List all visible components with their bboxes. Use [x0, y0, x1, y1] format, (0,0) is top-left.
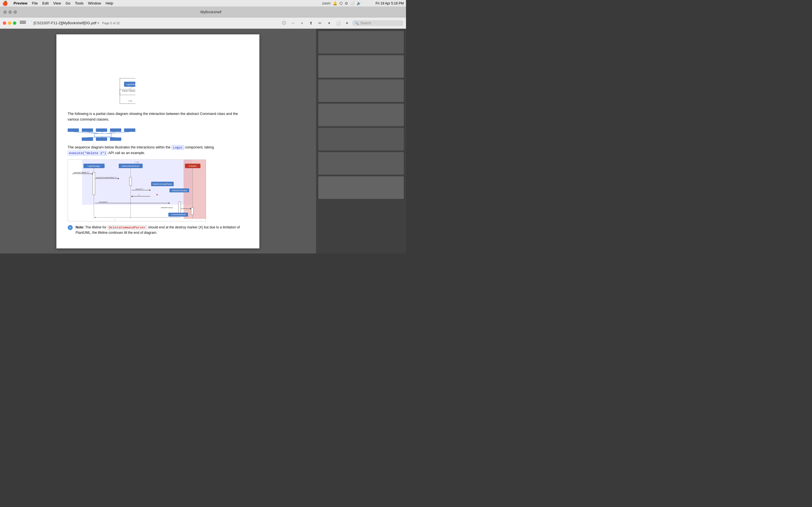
thumbnail-7[interactable] — [318, 176, 404, 199]
close-button[interactable] — [3, 21, 6, 25]
info-button[interactable]: ⓘ — [280, 20, 288, 26]
thumbnail-2[interactable] — [318, 55, 404, 78]
svg-text:parse("1"): parse("1") — [136, 188, 143, 190]
zoom-menubar-icon: zoom — [322, 1, 331, 5]
zoom-out-button[interactable]: − — [289, 20, 297, 26]
search-bar[interactable]: 🔍 — [352, 20, 403, 26]
svg-rect-35 — [96, 128, 107, 132]
volume-icon[interactable]: 🔊 — [357, 1, 361, 5]
fullscreen-button[interactable] — [13, 21, 16, 25]
menu-window[interactable]: Window — [88, 1, 101, 5]
window-titlebar: MyBookshelf — [0, 7, 406, 17]
sidebar-panel — [316, 29, 406, 253]
app-name[interactable]: Preview — [13, 1, 28, 5]
svg-rect-67 — [130, 177, 132, 186]
execute-code: execute("delete 1") — [68, 151, 107, 156]
svg-rect-46 — [110, 137, 121, 141]
markup-dropdown-button[interactable]: ▾ — [325, 20, 333, 26]
menu-bar: 🍎 Preview File Edit View Go Tools Window… — [0, 0, 406, 7]
doc-titlebar: 📄 [CS2103T-F11-2][MyBookshelf]DG.pdf ▾ P… — [0, 17, 406, 29]
minimize-button-inactive[interactable] — [8, 10, 12, 14]
svg-text:LogicManager: LogicManager — [88, 165, 100, 167]
svg-line-41 — [101, 132, 103, 133]
thumbnail-3[interactable] — [318, 79, 404, 102]
document-title: 📄 [CS2103T-F11-2][MyBookshelf]DG.pdf ▾ — [28, 21, 99, 25]
search-icon: 🔍 — [355, 21, 359, 25]
menu-tools[interactable]: Tools — [75, 1, 84, 5]
svg-text:LogicManager: LogicManager — [126, 83, 135, 86]
menu-help[interactable]: Help — [105, 1, 113, 5]
menu-file[interactable]: File — [32, 1, 38, 5]
svg-rect-44 — [82, 137, 93, 141]
traffic-lights — [3, 21, 16, 25]
svg-text:r: r — [114, 219, 115, 221]
svg-text:«call»: «call» — [128, 100, 133, 102]
pdf-viewer[interactable]: Logic LogicManager «interface» Logic — [0, 29, 316, 253]
menubar-icons: zoom 🔔 ⬡ ⊙ ⬜ 🔊 — [322, 1, 361, 5]
svg-text:d: d — [139, 194, 139, 196]
svg-text:execute(m): execute(m) — [99, 201, 107, 203]
svg-text:DeleteCommandParser: DeleteCommandParser — [153, 183, 172, 185]
close-button-inactive[interactable] — [3, 10, 7, 14]
apple-menu[interactable]: 🍎 — [2, 1, 8, 6]
svg-rect-82 — [191, 208, 193, 215]
crop-button[interactable]: ⬜ — [335, 20, 342, 26]
sidebar-thumbnails[interactable] — [316, 29, 406, 253]
note-text: Note: The lifeline for DeleteCommandPars… — [75, 225, 248, 236]
thumbnail-4[interactable] — [318, 104, 404, 126]
bluetooth-icon[interactable]: ⬡ — [340, 1, 343, 5]
zoom-in-button[interactable]: + — [298, 20, 306, 26]
class-diagram-svg — [68, 126, 138, 141]
menu-view[interactable]: View — [53, 1, 61, 5]
svg-text:Parser Classes: Parser Classes — [122, 90, 135, 92]
main-container: Logic LogicManager «interface» Logic — [0, 29, 406, 253]
sidebar-toggle-button[interactable] — [20, 21, 26, 25]
pdf-page: Logic LogicManager «interface» Logic — [56, 34, 259, 248]
svg-rect-64 — [93, 172, 95, 195]
annotate-button[interactable]: ✦ — [343, 20, 351, 26]
logic-code: Logic — [171, 145, 184, 150]
svg-rect-45 — [96, 137, 107, 141]
class-diagram-container — [68, 126, 248, 141]
paragraph-1: The following is a partial class diagram… — [68, 111, 248, 122]
svg-rect-37 — [124, 128, 135, 132]
svg-line-43 — [110, 132, 130, 133]
menu-edit[interactable]: Edit — [42, 1, 49, 5]
note-icon: i — [68, 225, 73, 230]
wifi-icon[interactable]: ⊙ — [345, 1, 348, 5]
note-box: i Note: The lifeline for DeleteCommandPa… — [68, 225, 248, 236]
svg-text:✕: ✕ — [156, 193, 158, 196]
battery-icon: ⬜ — [350, 1, 354, 5]
thumbnail-5[interactable] — [318, 128, 404, 151]
paragraph-2: The sequence diagram below illustrates t… — [68, 145, 248, 156]
page-number: Page 5 of 32 — [102, 21, 120, 25]
window-title: MyBookshelf — [19, 10, 403, 14]
thumbnail-6[interactable] — [318, 152, 404, 175]
svg-text:d:DeleteCommand: d:DeleteCommand — [172, 189, 187, 191]
notification-icon[interactable]: 🔔 — [333, 1, 337, 5]
sequence-diagram-svg: Logic LogicManager AddressBookParser m:M… — [68, 160, 206, 222]
architecture-diagram: Logic LogicManager «interface» Logic — [68, 46, 135, 108]
thumbnail-1[interactable] — [318, 31, 404, 54]
svg-text:r:CommandResult: r:CommandResult — [171, 214, 186, 216]
menu-go[interactable]: Go — [65, 1, 70, 5]
svg-rect-34 — [82, 128, 93, 132]
delete-parser-code: DeleteCommandParser — [107, 225, 147, 230]
svg-text:execute("delete 1"): execute("delete 1") — [73, 172, 89, 174]
traffic-lights-inactive — [3, 10, 17, 14]
svg-rect-36 — [110, 128, 121, 132]
filename-chevron[interactable]: ▾ — [98, 21, 99, 24]
sequence-diagram-container: Logic LogicManager AddressBookParser m:M… — [68, 159, 248, 221]
minimize-button[interactable] — [8, 21, 11, 25]
search-input[interactable] — [360, 21, 401, 25]
svg-text:AddressBookParser: AddressBookParser — [122, 165, 140, 167]
svg-line-39 — [73, 132, 99, 133]
svg-rect-33 — [68, 128, 79, 132]
lock-icon: 📄 — [28, 21, 33, 25]
architecture-diagram-container: Logic LogicManager «interface» Logic — [68, 46, 248, 108]
share-button[interactable]: ⬆ — [307, 20, 315, 26]
pen-tool-button[interactable]: ✏ — [316, 20, 324, 26]
fullscreen-button-inactive[interactable] — [13, 10, 17, 14]
arch-diagram-svg: Logic LogicManager «interface» Logic — [68, 46, 135, 108]
svg-text:m:Model: m:Model — [189, 165, 197, 167]
